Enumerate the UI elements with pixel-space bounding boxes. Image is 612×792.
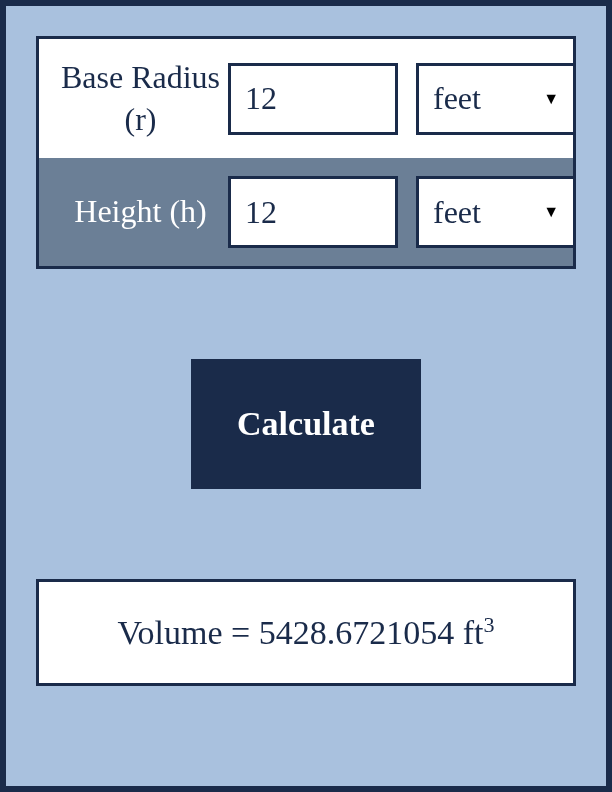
height-unit-select[interactable]: feet ▼	[416, 176, 576, 248]
inputs-table: Base Radius (r) feet ▼ Height (h) feet ▼	[36, 36, 576, 269]
height-unit-value: feet	[433, 194, 481, 231]
result-unit: ft	[454, 615, 483, 652]
chevron-down-icon: ▼	[543, 203, 559, 221]
radius-unit-select[interactable]: feet ▼	[416, 63, 576, 135]
calculate-button[interactable]: Calculate	[191, 359, 421, 489]
result-value: 5428.6721054	[259, 615, 455, 652]
height-label: Height (h)	[53, 191, 228, 233]
calculator-container: Base Radius (r) feet ▼ Height (h) feet ▼…	[0, 0, 612, 792]
height-input[interactable]	[228, 176, 398, 248]
radius-row: Base Radius (r) feet ▼	[39, 39, 573, 158]
chevron-down-icon: ▼	[543, 90, 559, 108]
result-exponent: 3	[484, 612, 495, 637]
result-prefix: Volume =	[117, 615, 258, 652]
radius-input[interactable]	[228, 63, 398, 135]
radius-unit-value: feet	[433, 80, 481, 117]
radius-label: Base Radius (r)	[53, 57, 228, 140]
result-box: Volume = 5428.6721054 ft3	[36, 579, 576, 685]
height-row: Height (h) feet ▼	[39, 158, 573, 266]
